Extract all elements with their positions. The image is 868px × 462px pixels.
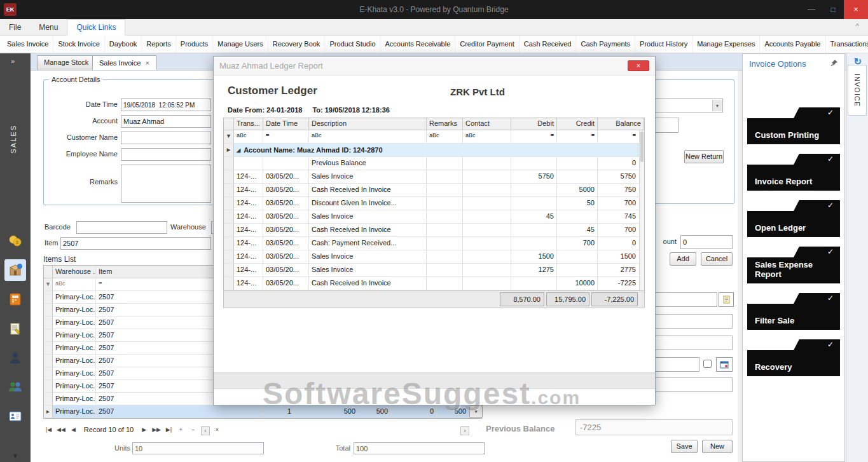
new-return-button[interactable]: New Return [684, 150, 724, 163]
expand-sidebar-icon[interactable]: » [0, 53, 31, 65]
column-header-date-time[interactable]: Date Time [263, 118, 309, 130]
sidebar-overflow-icon[interactable]: ▼ [0, 452, 31, 459]
menu-file[interactable]: File [0, 20, 30, 35]
text-filter-icon[interactable]: aBc [309, 130, 427, 143]
remarks-field[interactable] [121, 165, 211, 203]
account-field[interactable] [121, 115, 211, 128]
group-expand-icon[interactable]: ◢ [237, 147, 240, 153]
column-header-debit[interactable]: Debit [511, 118, 557, 130]
invoice-option-button[interactable]: ✓ Invoice Report [747, 154, 840, 191]
ledger-row[interactable]: Previous Balance 0 [224, 157, 644, 170]
toolbar-item[interactable]: Cash Received [520, 36, 577, 53]
invoice-option-button[interactable]: ✓ Open Ledger [747, 200, 840, 237]
date-time-field[interactable] [121, 99, 211, 111]
total-field[interactable] [354, 442, 485, 454]
ledger-row[interactable]: 124-... 03/05/20... Sales Invoice 45 745 [224, 210, 644, 224]
sidebar-group-sales[interactable]: SALES [10, 125, 17, 153]
filter-funnel-icon[interactable]: ▼ [44, 278, 53, 290]
toolbar-item[interactable]: Creditor Payment [455, 36, 520, 53]
customer-name-field[interactable] [121, 132, 211, 144]
equals-filter-icon[interactable]: = [263, 130, 309, 143]
collapse-ribbon-icon[interactable]: ^ [856, 22, 859, 30]
nav-prev-page-button[interactable]: ◀◀ [57, 426, 65, 433]
equals-filter-icon[interactable]: = [511, 130, 557, 143]
invoice-option-button[interactable]: ✓ Filter Sale [747, 293, 840, 330]
toolbar-item[interactable]: Accounts Payable [760, 36, 825, 53]
coins-icon[interactable]: $ [4, 230, 26, 252]
maximize-button[interactable]: □ [822, 0, 844, 19]
nav-next-button[interactable]: ▶ [140, 426, 148, 433]
column-header-credit[interactable]: Credit [557, 118, 598, 130]
toolbar-item[interactable]: Reports [142, 36, 176, 53]
toolbar-item[interactable]: Cash Payments [576, 36, 635, 53]
close-dialog-button[interactable]: × [628, 60, 649, 71]
barcode-field[interactable] [76, 221, 167, 234]
invoice-option-button[interactable]: ✓ Recovery [747, 339, 840, 376]
new-button[interactable]: New [702, 440, 733, 453]
employee-name-field[interactable] [121, 148, 211, 161]
nav-first-button[interactable]: |◀ [45, 426, 53, 433]
column-header-warehouse[interactable]: Warehouse ... [53, 266, 96, 278]
ledger-row[interactable]: 124-... 03/05/20... Cash Received In Inv… [224, 277, 644, 290]
text-filter-icon[interactable]: aBc [234, 130, 263, 143]
nav-prev-button[interactable]: ◀ [69, 426, 78, 433]
note-icon[interactable] [719, 292, 734, 307]
column-header-balance[interactable]: Balance [598, 118, 644, 130]
cancel-button[interactable]: Cancel [701, 252, 733, 266]
scroll-right-icon[interactable]: › [460, 426, 469, 435]
invoice-option-button[interactable]: ✓ Custom Printing [747, 107, 840, 144]
ledger-row[interactable]: 124-... 03/05/20... Cash Received In Inv… [224, 184, 644, 197]
previous-balance-field[interactable] [575, 419, 733, 435]
amount-field[interactable] [680, 235, 733, 249]
save-button[interactable]: Save [671, 440, 698, 453]
close-tab-icon[interactable]: × [145, 59, 149, 67]
ledger-row[interactable]: 124-... 03/05/20... Discount Given In In… [224, 197, 644, 210]
toolbar-item[interactable]: Products [176, 36, 213, 53]
menu-menu[interactable]: Menu [30, 20, 67, 35]
tab-manage-stock[interactable]: Manage Stock [37, 55, 95, 70]
refresh-icon[interactable]: ↻ [853, 56, 862, 67]
nav-last-button[interactable]: ▶| [165, 426, 173, 433]
ledger-row[interactable]: 124-... 03/05/20... Cash: Payment Receiv… [224, 237, 644, 250]
nav-next-page-button[interactable]: ▶▶ [152, 426, 161, 433]
close-window-button[interactable]: × [844, 0, 868, 19]
column-header-remarks[interactable]: Remarks [427, 118, 463, 130]
text-filter-icon[interactable]: aBc [463, 130, 511, 143]
cell-dropdown-icon[interactable]: ▼ [469, 405, 483, 418]
toolbar-item[interactable]: Sales Invoice [3, 36, 53, 53]
column-header-description[interactable]: Description [309, 118, 427, 130]
column-header-contact[interactable]: Contact [463, 118, 511, 130]
text-filter-icon[interactable]: aBc [427, 130, 463, 143]
invoice-option-button[interactable]: ✓ Sales Expense Report [747, 247, 840, 283]
cash-book-icon[interactable] [4, 289, 26, 310]
scroll-left-icon[interactable]: ‹ [201, 426, 210, 435]
toolbar-item[interactable]: Transactions [826, 36, 868, 53]
pin-icon[interactable] [830, 59, 838, 68]
item-field[interactable] [60, 237, 211, 250]
ledger-row[interactable]: 124-... 03/05/20... Sales Invoice 1275 2… [224, 264, 644, 277]
toolbar-item[interactable]: Accounts Receivable [381, 36, 456, 53]
notepad-icon[interactable] [4, 318, 26, 339]
toolbar-item[interactable]: Product Studio [325, 36, 380, 53]
team-icon[interactable] [4, 376, 26, 398]
toolbar-item[interactable]: Manage Expenses [692, 36, 760, 53]
minimize-button[interactable]: — [801, 0, 822, 19]
units-field[interactable] [132, 442, 264, 454]
ledger-scrollbar[interactable] [639, 130, 644, 290]
customer-icon[interactable] [4, 347, 26, 369]
text-filter-icon[interactable]: aBc [53, 278, 96, 290]
chevron-down-icon[interactable]: ▼ [712, 100, 722, 111]
calendar-icon[interactable] [716, 357, 733, 372]
column-header-trans[interactable]: Trans... [234, 118, 263, 130]
app-logo-icon[interactable]: EK [4, 3, 17, 16]
equals-filter-icon[interactable]: = [598, 130, 644, 143]
toolbar-item[interactable]: Recovery Book [268, 36, 326, 53]
ledger-row[interactable]: 124-... 03/05/20... Sales Invoice 1500 1… [224, 250, 644, 264]
nav-delete-button[interactable]: − [189, 426, 197, 433]
tab-sales-invoice[interactable]: Sales Invoice × [92, 55, 156, 70]
nav-cancel-button[interactable]: × [213, 426, 221, 433]
ledger-group-row[interactable]: ▶ ◢ Account Name: Muaz Ahmad ID: 124-287… [224, 144, 644, 157]
date-checkbox[interactable] [703, 360, 712, 368]
toolbar-item[interactable]: Manage Users [213, 36, 268, 53]
toolbar-item[interactable]: Product History [635, 36, 692, 53]
